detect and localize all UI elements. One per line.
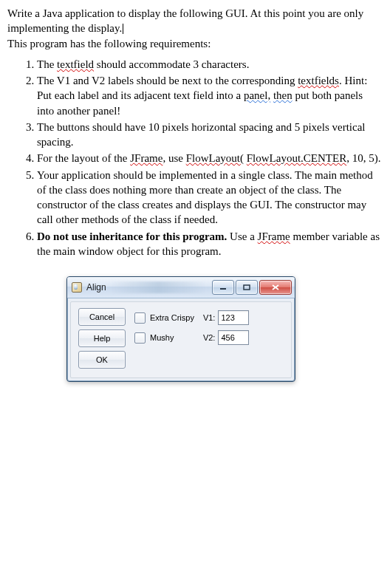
titlebar-blur <box>111 281 206 293</box>
req-2-f: then <box>273 89 292 101</box>
window: Align Cancel Help <box>66 276 295 382</box>
minimize-icon <box>219 284 227 290</box>
intro-line-2: This program has the following requireme… <box>7 38 211 49</box>
minimize-button[interactable] <box>212 280 234 295</box>
svg-rect-0 <box>220 288 226 290</box>
window-title: Align <box>86 282 106 293</box>
req-4-a: For the layout of the <box>37 152 130 164</box>
req-4-f: FlowLayout.CENTER <box>247 152 346 164</box>
intro-text: Write a Java application to display the … <box>7 6 383 51</box>
req-6-c: JFrame <box>258 230 290 242</box>
v2-label: V2: <box>203 333 216 342</box>
req-2: The V1 and V2 labels should be next to t… <box>37 73 383 118</box>
text-cursor <box>123 24 123 34</box>
req-2-a: The V1 and V2 labels should be next to t… <box>37 75 298 86</box>
req-3: The buttons should have 10 pixels horizo… <box>37 120 383 150</box>
java-app-icon <box>72 282 82 293</box>
titlebar: Align <box>67 277 295 298</box>
req-4-d: FlowLayout( <box>186 152 244 164</box>
req-5: Your application should be implemented i… <box>37 168 383 228</box>
client-area: Cancel Help OK Extra Crispy Mushy V1: 12… <box>70 301 292 378</box>
req-4: For the layout of the JFrame, use FlowLa… <box>37 151 383 165</box>
fields-column: V1: 123 V2: 456 <box>203 308 250 344</box>
maximize-button[interactable] <box>236 280 258 295</box>
req-4-g: , 10, 5). <box>346 152 380 164</box>
v1-label: V1: <box>203 313 216 322</box>
svg-rect-1 <box>244 285 250 290</box>
window-controls <box>211 280 292 295</box>
close-button[interactable] <box>259 280 292 295</box>
req-2-b: textfields <box>298 75 339 86</box>
req-6: Do not use inheritance for this program.… <box>37 229 383 259</box>
requirements-list: The textfield should accommodate 3 chara… <box>7 57 383 259</box>
buttons-column: Cancel Help OK <box>78 308 126 369</box>
v1-textfield[interactable]: 123 <box>218 310 249 325</box>
v2-textfield[interactable]: 456 <box>218 330 249 345</box>
close-icon <box>271 284 280 291</box>
req-1-b: textfield <box>57 58 94 70</box>
req-6-b: Use a <box>227 230 257 242</box>
checkbox-column: Extra Crispy Mushy <box>134 308 194 344</box>
v1-row: V1: 123 <box>203 311 250 324</box>
checkbox-row-mushy: Mushy <box>134 331 194 344</box>
extra-crispy-label: Extra Crispy <box>150 313 194 322</box>
req-4-c: , use <box>162 152 185 164</box>
mushy-label: Mushy <box>150 333 174 342</box>
req-1: The textfield should accommodate 3 chara… <box>37 57 383 72</box>
req-4-b: JFrame <box>130 152 162 164</box>
v2-row: V2: 456 <box>203 331 250 344</box>
maximize-icon <box>243 284 250 290</box>
checkbox-row-extra: Extra Crispy <box>134 311 194 324</box>
req-1-c: should accommodate 3 characters. <box>94 58 249 70</box>
help-button[interactable]: Help <box>78 329 126 347</box>
mushy-checkbox[interactable] <box>134 332 146 343</box>
req-1-a: The <box>37 58 57 70</box>
ok-button[interactable]: OK <box>78 351 126 369</box>
req-2-d: panel, <box>244 89 270 101</box>
gui-screenshot: Align Cancel Help <box>66 276 295 382</box>
intro-line-1a: Write a Java application to display the … <box>7 7 341 19</box>
cancel-button[interactable]: Cancel <box>78 308 126 326</box>
req-6-a: Do not use inheritance for this program. <box>37 230 227 242</box>
extra-crispy-checkbox[interactable] <box>134 312 146 324</box>
